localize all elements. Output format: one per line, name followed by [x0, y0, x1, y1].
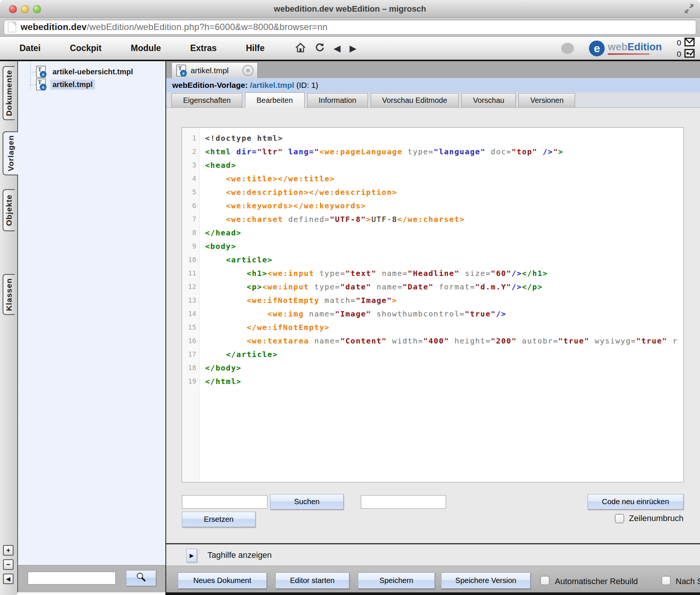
document-tab-artikel[interactable]: Te artikel.tmpl × [171, 62, 258, 78]
nav-icons: ◀ ▶ [295, 42, 356, 54]
address-input[interactable]: webedition.dev/webEdition/webEdition.php… [4, 20, 696, 35]
resize-icon[interactable] [683, 3, 695, 16]
code-line[interactable]: 2<html dir="ltr" lang="<we:pageLanguage … [182, 145, 683, 158]
line-number: 2 [182, 145, 196, 158]
vorlage-header-path[interactable]: /artikel.tmpl [250, 81, 294, 90]
zoom-in-button[interactable]: + [3, 545, 14, 556]
line-number: 11 [182, 267, 196, 280]
replace-input[interactable] [361, 495, 446, 509]
menu-item-datei[interactable]: Datei [20, 43, 41, 53]
tree-search-button[interactable] [126, 570, 156, 586]
back-icon[interactable]: ◀ [333, 44, 340, 53]
magnifier-icon [136, 572, 146, 584]
zeilenumbruch-checkbox[interactable] [615, 514, 624, 523]
search-input[interactable] [182, 495, 267, 509]
url-host: webedition.dev [21, 22, 87, 32]
search-button[interactable]: Suchen [270, 494, 344, 509]
code-editor[interactable]: 1<!doctype html>2<html dir="ltr" lang="<… [182, 127, 684, 482]
collapse-button[interactable]: ◀ [3, 574, 14, 584]
mail-count: 0 [677, 38, 681, 47]
close-tab-icon[interactable]: × [242, 65, 254, 76]
wrap-option: Zeilenumbruch [615, 514, 683, 523]
line-number: 8 [182, 226, 196, 240]
tree-item-artikel[interactable]: Te artikel.tmpl [35, 78, 95, 91]
title-bar: webedition.dev webEdition – migrosch [0, 0, 700, 18]
sidebar-tab-klassen[interactable]: Klassen [3, 274, 15, 315]
menu-bar: Datei Cockpit Module Extras Hilfe ◀ ▶ [0, 37, 700, 61]
automatischer-rebuild-checkbox[interactable] [540, 576, 550, 585]
tree-item-artikel-uebersicht[interactable]: Te artikel-uebersicht.tmpl [35, 65, 135, 78]
code-line[interactable]: 12 <p><we:input type="date" name="Date" … [182, 280, 683, 294]
editor-starten-button[interactable]: Editor starten [275, 572, 349, 589]
line-number: 4 [182, 172, 196, 185]
code-line[interactable]: 18</body> [182, 361, 683, 375]
code-line[interactable]: 19</html> [182, 375, 683, 388]
sidebar-tab-objekte[interactable]: Objekte [3, 189, 15, 231]
home-icon[interactable] [295, 42, 306, 54]
vorlage-header: webEdition-Vorlage: /artikel.tmpl (ID: 1… [166, 78, 700, 92]
tab-versionen[interactable]: Versionen [518, 93, 575, 107]
sidebar-tab-vorlagen[interactable]: Vorlagen [3, 131, 18, 175]
menu-right: e webEdition 0 0 [561, 38, 700, 59]
code-line[interactable]: 3<head> [182, 158, 683, 172]
main-panel: Te artikel.tmpl × webEdition-Vorlage: /a… [165, 61, 700, 595]
tab-bearbeiten[interactable]: Bearbeiten [245, 92, 305, 108]
code-line[interactable]: 6 <we:keywords></we:keywords> [182, 199, 683, 212]
refresh-icon[interactable] [315, 42, 324, 54]
template-icon: Te [176, 65, 187, 77]
line-number: 7 [182, 212, 196, 226]
vorlage-header-id: (ID: 1) [296, 81, 318, 90]
logo-circle: e [589, 41, 605, 56]
menu-item-extras[interactable]: Extras [190, 43, 216, 53]
menu-item-hilfe[interactable]: Hilfe [246, 43, 264, 53]
sidebar-tab-dokumente[interactable]: Dokumente [3, 66, 15, 120]
reindent-button[interactable]: Code neu einrücken [587, 494, 683, 509]
code-line[interactable]: 16 <we:textarea name="Content" width="40… [182, 334, 683, 348]
code-line[interactable]: 11 <h1><we:input type="text" name="Headl… [182, 267, 683, 280]
nach-speichern-label: Nach S [676, 577, 700, 586]
line-number: 17 [182, 348, 196, 361]
code-line[interactable]: 8</head> [182, 226, 683, 240]
zoom-out-button[interactable]: − [3, 559, 14, 570]
speichern-button[interactable]: Speichern [358, 572, 435, 589]
code-line[interactable]: 14 <we:img name="Image" showthumbcontrol… [182, 307, 683, 321]
address-bar: webedition.dev/webEdition/webEdition.php… [0, 18, 700, 37]
tab-information[interactable]: Information [307, 93, 368, 107]
line-number: 16 [182, 334, 196, 348]
logo-word-edition: Edition [628, 41, 662, 53]
nach-speichern-checkbox[interactable] [661, 576, 671, 585]
code-line[interactable]: 5 <we:description></we:description> [182, 185, 683, 199]
line-number: 13 [182, 294, 196, 307]
document-tab-label: artikel.tmpl [191, 66, 229, 75]
tree-search-input[interactable] [28, 572, 116, 584]
code-line[interactable]: 7 <we:charset defined="UTF-8">UTF-8</we:… [182, 212, 683, 226]
sidebar-strip: Dokumente Vorlagen Objekte Klassen + − ◀ [0, 61, 17, 595]
menu-item-cockpit[interactable]: Cockpit [70, 43, 101, 53]
code-line[interactable]: 13 <we:ifNotEmpty match="Image"> [182, 294, 683, 307]
replace-button[interactable]: Ersetzen [182, 512, 255, 527]
tab-eigenschaften[interactable]: Eigenschaften [171, 93, 242, 107]
forward-icon[interactable]: ▶ [350, 44, 356, 53]
code-line[interactable]: 4 <we:title></we:title> [182, 172, 683, 185]
logo-tagline [608, 53, 650, 55]
template-icon: Te [35, 66, 47, 78]
tab-vorschau[interactable]: Vorschau [461, 93, 516, 107]
code-line[interactable]: 10 <article> [182, 253, 683, 267]
tree-search-bar [17, 565, 165, 592]
chat-bubble-icon[interactable] [561, 43, 574, 54]
line-number: 5 [182, 185, 196, 199]
zeilenumbruch-label: Zeilenumbruch [629, 514, 683, 523]
speichere-version-button[interactable]: Speichere Version [441, 572, 530, 589]
code-line[interactable]: 9<body> [182, 240, 683, 253]
neues-dokument-button[interactable]: Neues Dokument [178, 572, 267, 589]
code-line[interactable]: 17 </article> [182, 348, 683, 361]
tab-vorschau-editmode[interactable]: Vorschau Editmode [371, 93, 459, 107]
code-line[interactable]: 1<!doctype html> [182, 131, 683, 145]
mail-counter[interactable]: 0 [677, 38, 695, 48]
task-counter[interactable]: 0 [677, 49, 695, 59]
code-line[interactable]: 15 </we:ifNotEmpty> [182, 321, 683, 334]
menu-item-module[interactable]: Module [131, 43, 161, 53]
taghilfe-expand-button[interactable]: ▶ [186, 549, 197, 562]
tree-item-label: artikel-uebersicht.tmpl [50, 67, 135, 77]
code-lines: 1<!doctype html>2<html dir="ltr" lang="<… [182, 131, 683, 388]
